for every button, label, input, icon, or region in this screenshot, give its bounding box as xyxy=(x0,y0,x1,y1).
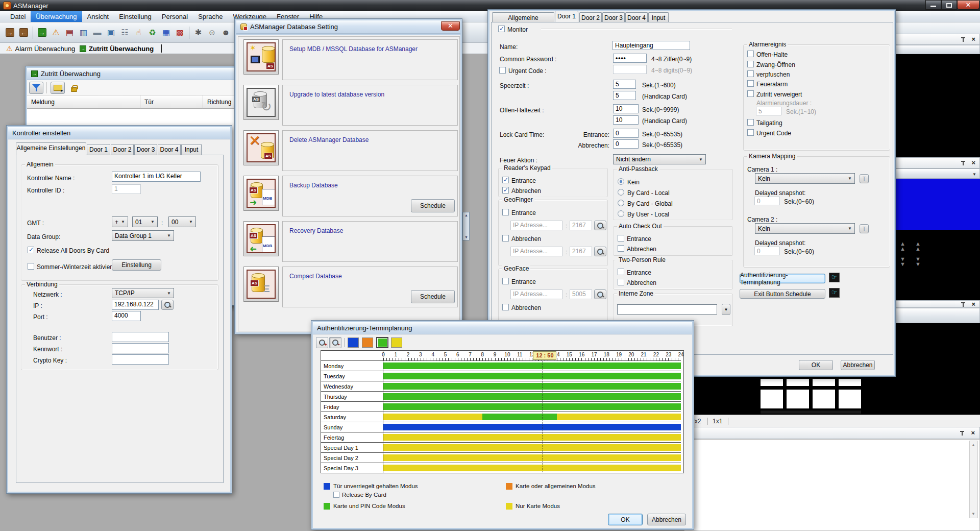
zoom-in-button[interactable]: + xyxy=(316,337,328,348)
tab-door-2[interactable]: Door 2 xyxy=(111,144,134,155)
fingerprint-icon[interactable]: ☝ xyxy=(132,26,145,40)
geofinger-abbrechen-search-button[interactable] xyxy=(594,247,606,256)
schedule-segment-yellow[interactable] xyxy=(383,465,681,471)
interne-zone-dropdown-button[interactable]: ▼ xyxy=(722,304,730,315)
verpfuschen-checkbox[interactable] xyxy=(747,70,754,77)
tab-door-2[interactable]: Door 2 xyxy=(579,12,602,22)
geofinger-entrance-checkbox[interactable] xyxy=(502,209,509,215)
tab-door-3[interactable]: Door 3 xyxy=(134,144,157,155)
schedule-segment-yellow[interactable] xyxy=(557,414,681,420)
schedule-row-bar[interactable] xyxy=(383,432,681,443)
camera2-select[interactable]: Kein▼ xyxy=(755,223,855,234)
geoface-entrance-search-button[interactable] xyxy=(594,289,606,299)
tab-allgemeine-einstellungen[interactable]: Allgemeine Einstellungen xyxy=(16,142,86,155)
video-matrix-area[interactable] xyxy=(684,377,980,415)
mode-orange-button[interactable] xyxy=(362,337,373,348)
offen-haltezeit-input[interactable]: 10 xyxy=(613,104,639,113)
sommer-winterzeit-checkbox[interactable] xyxy=(28,263,34,270)
minimize-button[interactable] xyxy=(925,0,941,10)
pin-icon[interactable] xyxy=(960,37,966,43)
interne-zone-input[interactable] xyxy=(617,304,717,315)
schedule-row-bar[interactable] xyxy=(383,412,681,422)
camera-view-2[interactable] xyxy=(896,179,980,230)
tab-door-1[interactable]: Door 1 xyxy=(87,144,110,155)
scrollbar[interactable]: ▲ ▼ xyxy=(969,441,978,518)
backup-schedule-button[interactable]: Schedule xyxy=(411,199,455,212)
tab-door-3[interactable]: Door 3 xyxy=(602,12,625,22)
scroll-down-icon[interactable]: ▼▼ xyxy=(900,256,905,267)
schedule-segment-blue[interactable] xyxy=(383,424,681,430)
scroll-up-icon[interactable]: ▲ xyxy=(971,443,975,447)
zwang-oeffnen-checkbox[interactable] xyxy=(747,61,754,67)
tab-alarm-ueberwachung[interactable]: ⚠ Alarm Überwachung xyxy=(2,43,79,54)
compact-schedule-button[interactable]: Schedule xyxy=(411,290,455,303)
speerzeit-input[interactable]: 5 xyxy=(613,80,636,89)
upgrade-db-button[interactable]: AS ↻ xyxy=(243,85,279,120)
face-detect-icon[interactable]: ☺ xyxy=(205,26,219,40)
offen-halte-checkbox[interactable] xyxy=(747,51,754,57)
common-password-input[interactable]: •••• xyxy=(613,54,647,63)
kontroller-name-input[interactable]: Kontroller 1 im UG Keller xyxy=(112,172,201,182)
database-titlebar[interactable]: ASManager Database Setting xyxy=(236,20,460,34)
event-list-panel[interactable]: ▲ ▼ xyxy=(684,439,980,531)
anti-passback-by-user-local-radio[interactable] xyxy=(618,210,624,217)
maximize-button[interactable] xyxy=(941,0,957,10)
mode-yellow-button[interactable] xyxy=(391,337,402,348)
copy-icon[interactable]: ▣ xyxy=(104,26,118,40)
benutzer-input[interactable] xyxy=(112,332,169,342)
schedule-segment-green[interactable] xyxy=(383,363,681,369)
menu-item-datei[interactable]: Datei xyxy=(5,11,31,22)
event-report-icon[interactable]: ▤ xyxy=(63,26,77,40)
schedule-row-bar[interactable] xyxy=(383,463,681,473)
tab-door-4[interactable]: Door 4 xyxy=(625,12,648,22)
crypto-key-input[interactable] xyxy=(112,354,169,365)
anti-passback-kein-radio[interactable] xyxy=(618,178,624,185)
mode-blue-button[interactable] xyxy=(348,337,359,348)
scroll-down-icon[interactable]: ▼ xyxy=(971,512,975,516)
tab-input[interactable]: Input xyxy=(181,144,202,155)
tailgating-checkbox[interactable] xyxy=(747,119,754,126)
feueralarm-checkbox[interactable] xyxy=(747,80,754,87)
face-search-icon[interactable]: ☻ xyxy=(219,26,233,40)
schedule-segment-green[interactable] xyxy=(482,414,557,420)
scroll-down-icon[interactable]: ▼▼ xyxy=(915,256,921,267)
login-icon[interactable]: → xyxy=(3,26,17,40)
schedule-segment-yellow[interactable] xyxy=(383,434,681,441)
schedule-row-bar[interactable] xyxy=(383,453,681,463)
sync-icon[interactable]: ♻ xyxy=(145,26,159,40)
matrix-cell[interactable] xyxy=(813,379,835,386)
setup-db-button[interactable]: ✶ AS xyxy=(243,39,279,75)
schedule-titlebar[interactable]: Authentifizierung-Terminplanung xyxy=(313,322,692,334)
camera-view-4[interactable] xyxy=(896,323,980,377)
mode-green-button[interactable] xyxy=(376,337,388,348)
column-header-meldung[interactable]: Meldung xyxy=(27,95,140,109)
tab-allgemeine-einstellungen[interactable]: Allgemeine Einstellungen xyxy=(492,12,554,22)
matrix-cell[interactable] xyxy=(761,379,783,386)
einstellung-button[interactable]: Einstellung xyxy=(112,259,161,271)
offen-handicap-input[interactable]: 10 xyxy=(613,115,639,125)
device-config-icon[interactable]: ☷ xyxy=(118,26,132,40)
pin-icon[interactable] xyxy=(960,302,966,308)
ok-button[interactable]: OK xyxy=(608,514,643,525)
two-person-abbrechen-checkbox[interactable] xyxy=(618,279,624,285)
schedule-segment-green[interactable] xyxy=(383,403,681,410)
menu-item-einstellung[interactable]: Einstellung xyxy=(114,11,157,22)
schedule-row-bar[interactable] xyxy=(383,361,681,371)
personnel-icon[interactable]: ▥ xyxy=(77,26,90,40)
tab-zutritt-ueberwachung[interactable]: → Zutritt Überwachung xyxy=(76,43,158,54)
two-person-entrance-checkbox[interactable] xyxy=(618,269,624,275)
auto-checkout-entrance-checkbox[interactable] xyxy=(618,235,624,242)
card-grid-icon[interactable]: ▦ xyxy=(159,26,173,40)
scroll-up-icon[interactable]: ▲▲ xyxy=(900,241,905,251)
camera1-test-button[interactable]: T xyxy=(860,174,869,183)
card-select-button[interactable] xyxy=(51,82,65,94)
schedule-segment-yellow[interactable] xyxy=(383,444,681,451)
tab-door-1[interactable]: Door 1 xyxy=(555,11,578,22)
geoface-entrance-checkbox[interactable] xyxy=(502,278,509,284)
close-icon[interactable]: × xyxy=(971,160,975,166)
alarm-monitor-icon[interactable]: ⚠ xyxy=(49,26,63,40)
close-button[interactable]: ✕ xyxy=(441,21,460,31)
auth-hand-button[interactable]: ☞ xyxy=(829,273,840,282)
schedule-row-bar[interactable] xyxy=(383,392,681,402)
schedule-segment-yellow[interactable] xyxy=(383,414,482,420)
